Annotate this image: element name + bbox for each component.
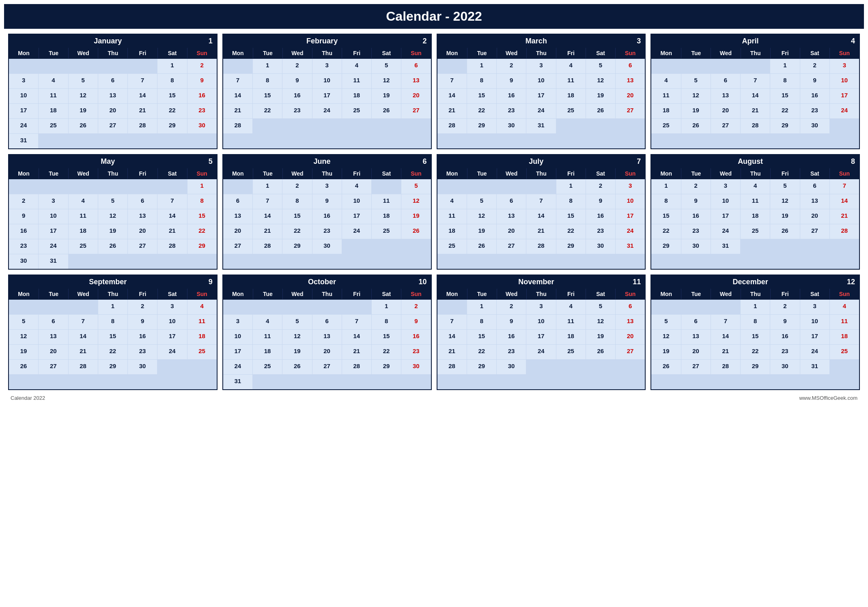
day-header-wed: Wed [711, 168, 740, 179]
day-cell: 12 [651, 330, 681, 344]
day-cell: 5 [9, 315, 38, 329]
day-cell: 25 [39, 119, 68, 133]
day-cell [187, 375, 217, 389]
day-cell [467, 375, 496, 389]
day-cell: 29 [467, 360, 496, 374]
day-cell [342, 254, 371, 269]
day-header-thu: Thu [741, 168, 770, 179]
month-number-january: 1 [203, 37, 213, 45]
day-cell: 16 [586, 209, 615, 224]
day-cell: 1 [467, 300, 496, 314]
day-cell [741, 59, 770, 73]
day-cell: 19 [651, 345, 681, 359]
day-cell: 5 [98, 194, 127, 209]
day-cell: 9 [312, 194, 342, 209]
day-cell [526, 360, 556, 374]
day-cell: 29 [187, 239, 217, 254]
day-cell [681, 254, 711, 269]
day-cell: 4 [830, 300, 859, 314]
day-cell: 14 [128, 89, 157, 103]
day-cell [372, 375, 401, 389]
day-header-tue: Tue [467, 289, 497, 299]
day-header-tue: Tue [467, 168, 497, 179]
day-header-thu: Thu [312, 168, 342, 179]
day-cell: 9 [128, 315, 157, 329]
day-header-wed: Wed [282, 48, 312, 58]
day-cell [616, 375, 645, 389]
day-cell: 22 [467, 104, 496, 118]
day-cell: 30 [312, 239, 342, 254]
day-cell: 5 [401, 179, 431, 194]
day-cell: 25 [830, 345, 859, 359]
day-cell [437, 254, 467, 269]
day-cell: 17 [223, 345, 252, 359]
day-cell: 2 [9, 194, 38, 209]
month-number-may: 5 [203, 157, 213, 166]
day-cell: 4 [342, 59, 371, 73]
day-cell: 5 [770, 179, 799, 194]
day-cell [9, 300, 38, 314]
day-cell: 20 [681, 345, 711, 359]
day-cell [187, 134, 217, 148]
day-cell: 28 [437, 119, 467, 133]
day-cell: 29 [556, 239, 586, 254]
day-cell: 11 [253, 330, 282, 344]
day-cell: 28 [223, 119, 252, 133]
day-cell: 31 [616, 239, 645, 254]
day-cell: 13 [401, 74, 431, 88]
page-title: Calendar - 2022 [4, 4, 864, 29]
day-cell: 15 [651, 209, 681, 224]
day-cell: 28 [526, 239, 556, 254]
day-cell [312, 119, 342, 133]
day-cell: 20 [128, 224, 157, 239]
day-cell: 10 [800, 315, 829, 329]
day-cell [69, 300, 98, 314]
day-header-sat: Sat [157, 48, 187, 58]
day-cell [39, 59, 68, 73]
day-cell: 12 [467, 209, 496, 224]
day-cell [711, 254, 740, 269]
day-header-sun: Sun [829, 48, 859, 58]
day-cell: 19 [681, 104, 711, 118]
day-cell: 28 [711, 360, 740, 374]
day-cell: 17 [312, 89, 342, 103]
day-cell: 7 [741, 74, 770, 88]
day-cell: 9 [401, 315, 431, 329]
day-cell: 6 [128, 194, 157, 209]
day-cell: 6 [98, 74, 127, 88]
day-cell: 2 [770, 300, 799, 314]
day-cell: 28 [342, 360, 371, 374]
day-cell: 14 [69, 330, 98, 344]
day-cell: 12 [98, 209, 127, 224]
month-number-march: 3 [631, 37, 641, 45]
day-cell [372, 239, 401, 254]
day-cell: 18 [741, 209, 770, 224]
day-cell: 12 [401, 194, 431, 209]
day-headers-row: MonTueWedThuFriSatSun [9, 168, 217, 179]
day-header-mon: Mon [437, 168, 467, 179]
month-header-november: November11 [437, 275, 645, 289]
day-cell: 7 [526, 194, 556, 209]
day-headers-row: MonTueWedThuFriSatSun [437, 48, 645, 58]
day-cell [681, 59, 711, 73]
day-cell: 20 [312, 345, 342, 359]
day-cell: 10 [830, 74, 859, 88]
day-cell: 15 [556, 209, 586, 224]
day-cell: 14 [253, 209, 282, 224]
day-cell: 24 [830, 104, 859, 118]
day-cell: 21 [741, 104, 770, 118]
day-cell: 2 [128, 300, 157, 314]
day-cell [711, 300, 740, 314]
month-number-july: 7 [631, 157, 641, 166]
day-cell: 22 [556, 224, 586, 239]
day-cell: 28 [69, 360, 98, 374]
day-cell: 27 [312, 360, 342, 374]
day-cell [98, 59, 127, 73]
day-header-wed: Wed [711, 48, 740, 58]
day-header-sun: Sun [615, 48, 645, 58]
day-cell: 21 [128, 104, 157, 118]
day-cell [342, 134, 371, 148]
day-cell [187, 254, 217, 269]
day-cell: 13 [800, 194, 829, 209]
day-header-sat: Sat [800, 289, 829, 299]
